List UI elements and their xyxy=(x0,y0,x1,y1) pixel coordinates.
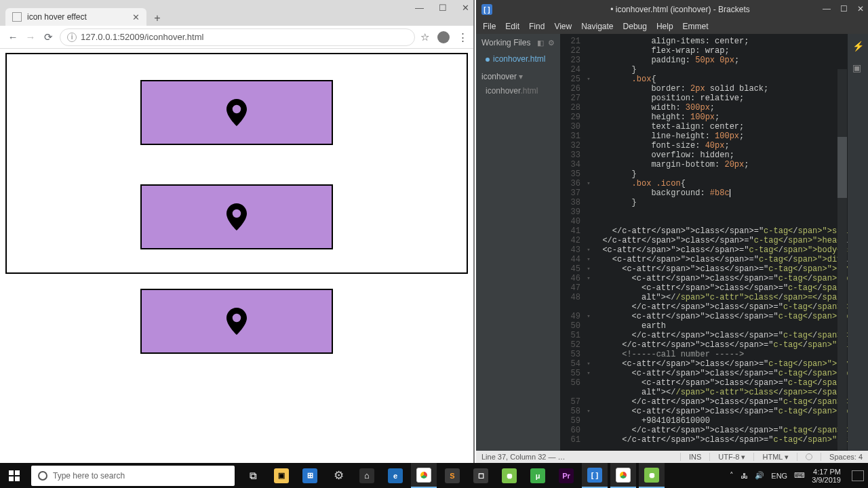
input-language[interactable]: ENG xyxy=(771,472,787,480)
utorrent-icon[interactable]: μ xyxy=(525,463,551,488)
close-button[interactable]: ✕ xyxy=(462,3,469,13)
editor-right-toolbar: ⚡ ▣ xyxy=(848,34,868,454)
tab-title: icon hover effect xyxy=(27,12,127,22)
project-file-ext: .html xyxy=(520,86,538,96)
project-header[interactable]: iconhover ▾ xyxy=(476,66,560,84)
cortana-circle-icon xyxy=(38,471,47,481)
new-tab-button[interactable]: + xyxy=(148,11,167,26)
keyboard-icon[interactable]: ⌨ xyxy=(794,471,805,480)
settings-gear-icon[interactable]: ⚙ xyxy=(548,39,555,47)
action-center-icon[interactable] xyxy=(852,470,864,481)
editor-scrollbar[interactable] xyxy=(837,69,847,451)
dirty-dot-icon xyxy=(486,58,490,62)
task-view-button[interactable]: ⧉ xyxy=(240,463,266,488)
clock-time: 4:17 PM xyxy=(812,468,841,476)
insert-mode[interactable]: INS xyxy=(689,453,701,461)
maximize-button[interactable]: ☐ xyxy=(439,3,447,13)
project-file-base: iconhover xyxy=(486,86,520,96)
project-file-item[interactable]: iconhover.html xyxy=(476,84,560,98)
app-icon[interactable]: ⌂ xyxy=(354,463,380,488)
code-editor[interactable]: 2122232425262728293031323334353637383940… xyxy=(560,34,868,451)
edge-icon[interactable]: e xyxy=(382,463,408,488)
tab-close-button[interactable]: ✕ xyxy=(132,12,140,22)
menu-file[interactable]: File xyxy=(483,22,496,31)
store-icon[interactable]: ⊞ xyxy=(297,463,323,488)
favicon-icon xyxy=(12,12,22,22)
editor-minimize-button[interactable]: — xyxy=(823,4,831,14)
forward-button[interactable]: → xyxy=(24,31,37,43)
editor-statusbar: Line 37, Column 32 — … INS UTF-8 ▾ HTML … xyxy=(476,451,868,463)
language-mode[interactable]: HTML ▾ xyxy=(762,453,789,462)
editor-close-button[interactable]: ✕ xyxy=(857,4,864,14)
map-marker-icon xyxy=(226,203,248,230)
sublime-icon[interactable]: S xyxy=(439,463,465,488)
extensions-icon[interactable]: ▣ xyxy=(852,62,863,73)
page-viewport xyxy=(0,49,473,278)
chrome-icon[interactable] xyxy=(610,463,636,488)
brackets-logo-icon: [ ] xyxy=(481,4,492,15)
network-icon[interactable]: 🖧 xyxy=(741,472,748,480)
profile-avatar-icon[interactable] xyxy=(437,31,450,43)
cursor-position: Line 37, Column 32 — … xyxy=(481,453,566,461)
hover-box[interactable] xyxy=(140,184,333,249)
menu-view[interactable]: View xyxy=(554,22,572,31)
editor-sidebar: Working Files ◧⚙ iconhover.html iconhove… xyxy=(476,34,560,451)
system-tray: ˄ 🖧 🔊 ENG ⌨ 4:17 PM 3/9/2019 xyxy=(730,468,868,484)
code-area[interactable]: align-items: center; flex-wrap: wrap; pa… xyxy=(593,34,868,451)
recorder-icon[interactable]: ⏺ xyxy=(639,463,665,488)
menu-debug[interactable]: Debug xyxy=(623,22,647,31)
browser-toolbar: ← → ⟳ i 127.0.0.1:52009/iconhover.html ☆… xyxy=(0,26,473,49)
menu-help[interactable]: Help xyxy=(656,22,673,31)
reload-button[interactable]: ⟳ xyxy=(42,31,54,43)
editor-menubar: FileEditFindViewNavigateDebugHelpEmmet xyxy=(476,19,868,34)
app-icon[interactable]: ◻ xyxy=(468,463,494,488)
tray-overflow-button[interactable]: ˄ xyxy=(730,471,734,480)
taskbar-search[interactable]: Type here to search xyxy=(31,466,235,486)
split-view-icon[interactable]: ◧ xyxy=(537,39,544,47)
volume-icon[interactable]: 🔊 xyxy=(755,471,764,480)
editor-titlebar: [ ] • iconhover.html (iconhover) - Brack… xyxy=(476,0,868,19)
browser-titlebar xyxy=(0,0,473,5)
chrome-icon[interactable] xyxy=(411,463,437,488)
indent-setting[interactable]: Spaces: 4 xyxy=(829,453,863,461)
back-button[interactable]: ← xyxy=(7,31,19,43)
browser-window-controls: — ☐ ✕ xyxy=(415,3,469,13)
menu-navigate[interactable]: Navigate xyxy=(581,22,613,31)
settings-icon[interactable]: ⚙ xyxy=(326,463,351,488)
url-text: 127.0.0.1:52009/iconhover.html xyxy=(81,32,203,42)
editor-window: [ ] • iconhover.html (iconhover) - Brack… xyxy=(476,0,868,463)
project-name: iconhover xyxy=(481,72,517,81)
working-files-label: Working Files xyxy=(481,38,530,47)
working-file-name: iconhover.html xyxy=(493,54,545,64)
scrollbar-thumb[interactable] xyxy=(837,137,847,198)
line-number-gutter: 2122232425262728293031323334353637383940… xyxy=(560,34,585,451)
hover-box[interactable] xyxy=(140,80,333,145)
working-files-header[interactable]: Working Files ◧⚙ xyxy=(476,34,560,52)
browser-menu-button[interactable]: ⋮ xyxy=(458,31,467,43)
screen-record-icon[interactable]: ⏺ xyxy=(496,463,522,488)
minimize-button[interactable]: — xyxy=(415,3,424,13)
box-container xyxy=(27,80,446,354)
page-body xyxy=(5,53,468,274)
linting-status-icon[interactable] xyxy=(806,453,812,460)
bookmark-star-icon[interactable]: ☆ xyxy=(420,31,429,43)
hover-box[interactable] xyxy=(140,289,333,354)
browser-tab[interactable]: icon hover effect ✕ xyxy=(5,8,146,26)
menu-edit[interactable]: Edit xyxy=(505,22,519,31)
editor-maximize-button[interactable]: ☐ xyxy=(840,4,848,14)
live-preview-bolt-icon[interactable]: ⚡ xyxy=(852,41,863,52)
address-bar[interactable]: i 127.0.0.1:52009/iconhover.html xyxy=(60,28,415,46)
windows-taskbar: Type here to search ⧉ ▣ ⊞ ⚙ ⌂ e S ◻ ⏺ μ … xyxy=(0,463,868,488)
encoding-selector[interactable]: UTF-8 ▾ xyxy=(718,453,745,462)
fold-gutter[interactable]: ▾▾▾▾▾▾▾▾▾▾ xyxy=(585,34,593,451)
premiere-icon[interactable]: Pr xyxy=(553,463,579,488)
taskbar-clock[interactable]: 4:17 PM 3/9/2019 xyxy=(812,468,841,484)
file-explorer-icon[interactable]: ▣ xyxy=(269,463,294,488)
working-file-item[interactable]: iconhover.html xyxy=(476,52,560,66)
start-button[interactable] xyxy=(0,463,28,488)
brackets-taskbar-icon[interactable]: [ ] xyxy=(582,463,608,488)
editor-title: • iconhover.html (iconhover) - Brackets xyxy=(498,5,863,14)
site-info-icon[interactable]: i xyxy=(67,33,77,42)
menu-emmet[interactable]: Emmet xyxy=(683,22,709,31)
menu-find[interactable]: Find xyxy=(529,22,545,31)
